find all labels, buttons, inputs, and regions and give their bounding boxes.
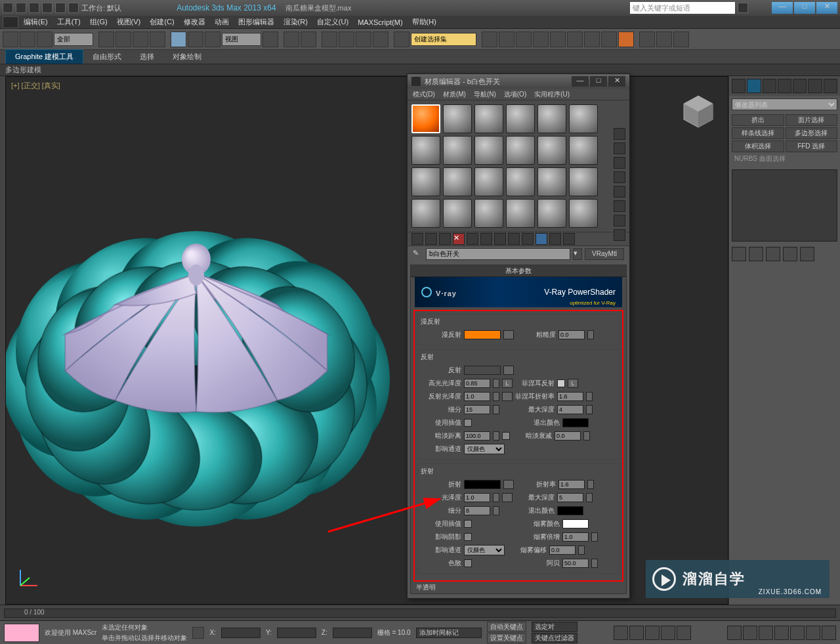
mat-slot-9[interactable] bbox=[474, 136, 503, 165]
mirror-icon[interactable] bbox=[482, 32, 497, 47]
menu-create[interactable]: 创建(C) bbox=[146, 16, 178, 28]
me-putlib-icon[interactable] bbox=[494, 233, 506, 245]
pivot-icon[interactable] bbox=[262, 32, 278, 47]
mat-slot-4[interactable] bbox=[506, 104, 535, 133]
mat-slot-8[interactable] bbox=[443, 136, 472, 165]
minimize-button[interactable]: — bbox=[772, 2, 793, 14]
me-sample-type-icon[interactable] bbox=[614, 128, 625, 140]
refr-subdiv-value[interactable]: 8 bbox=[464, 506, 490, 515]
new-icon[interactable] bbox=[16, 3, 26, 13]
modify-tab-icon[interactable] bbox=[747, 79, 761, 93]
window-cross-icon[interactable] bbox=[150, 32, 165, 47]
viewcube-icon[interactable] bbox=[679, 92, 718, 131]
remove-mod-icon[interactable] bbox=[783, 247, 797, 261]
reflect-map-button[interactable] bbox=[503, 366, 514, 375]
max-logo-icon[interactable] bbox=[3, 16, 18, 28]
save-icon[interactable] bbox=[42, 3, 52, 13]
vp-pan-icon[interactable] bbox=[790, 626, 805, 640]
refract-map-button[interactable] bbox=[503, 480, 514, 489]
mat-slot-2[interactable] bbox=[443, 104, 472, 133]
vp-zoom-ext-icon[interactable] bbox=[759, 626, 773, 640]
diffuse-color-swatch[interactable] bbox=[464, 330, 501, 339]
me-preview-icon[interactable] bbox=[614, 215, 625, 226]
refcoord-dropdown[interactable]: 视图 bbox=[222, 33, 261, 46]
mat-slot-21[interactable] bbox=[474, 199, 503, 228]
menu-group[interactable]: 组(G) bbox=[86, 16, 112, 28]
mat-slot-7[interactable] bbox=[411, 136, 440, 165]
goto-end-icon[interactable] bbox=[677, 626, 691, 640]
me-backlight-icon[interactable] bbox=[614, 142, 625, 154]
menu-customize[interactable]: 自定义(U) bbox=[313, 16, 352, 28]
vp-zoom-icon[interactable] bbox=[727, 626, 742, 640]
mat-slot-5[interactable] bbox=[537, 104, 566, 133]
manip-icon[interactable] bbox=[284, 32, 299, 47]
ior-spinner[interactable] bbox=[587, 480, 594, 489]
refr-shadow-checkbox[interactable] bbox=[464, 533, 472, 541]
me-makeuniq-icon[interactable] bbox=[480, 233, 492, 245]
mat-slot-11[interactable] bbox=[537, 136, 566, 165]
vp-orbit-icon[interactable] bbox=[806, 626, 820, 640]
material-name-input[interactable] bbox=[426, 248, 570, 260]
mat-slot-19[interactable] bbox=[411, 199, 440, 228]
play-anim-icon[interactable] bbox=[645, 626, 660, 640]
bind-icon[interactable] bbox=[37, 32, 52, 47]
motion-tab-icon[interactable] bbox=[778, 79, 791, 93]
teapot2-icon[interactable] bbox=[656, 32, 672, 47]
named-selset-dropdown[interactable]: 创建选择集 bbox=[411, 33, 476, 46]
vp-maximize-icon[interactable] bbox=[822, 626, 836, 640]
lock-icon[interactable] bbox=[192, 627, 204, 639]
rotate-icon[interactable] bbox=[188, 32, 203, 47]
refl-affect-dropdown[interactable]: 仅颜色 bbox=[464, 444, 505, 454]
rect-select-icon[interactable] bbox=[133, 32, 148, 47]
show-end-icon[interactable] bbox=[749, 247, 763, 261]
fresnel-lock-button[interactable]: L bbox=[568, 379, 578, 388]
refr-exit-swatch[interactable] bbox=[557, 506, 583, 515]
roughness-spinner[interactable] bbox=[587, 330, 594, 339]
hgloss-lock-button[interactable]: L bbox=[502, 379, 513, 388]
app-icon[interactable] bbox=[3, 3, 13, 13]
vp-fov-icon[interactable] bbox=[774, 626, 789, 640]
mat-slot-13[interactable] bbox=[411, 167, 440, 196]
select-name-icon[interactable] bbox=[116, 32, 131, 47]
maximize-button[interactable]: □ bbox=[794, 2, 815, 14]
dimfall-spinner[interactable] bbox=[583, 431, 590, 440]
mod-btn-polysel[interactable]: 多边形选择 bbox=[786, 127, 838, 139]
asnap-icon[interactable] bbox=[339, 32, 354, 47]
modifier-stack[interactable] bbox=[732, 169, 837, 242]
psnap-icon[interactable] bbox=[356, 32, 371, 47]
display-tab-icon[interactable] bbox=[793, 79, 807, 93]
select-icon[interactable] bbox=[98, 32, 114, 47]
menu-edit[interactable]: 编辑(E) bbox=[20, 16, 52, 28]
editnamed-icon[interactable] bbox=[394, 32, 410, 47]
menu-help[interactable]: 帮助(H) bbox=[408, 16, 440, 28]
abbe-value[interactable]: 50.0 bbox=[562, 559, 589, 568]
tab-freeform[interactable]: 自由形式 bbox=[83, 50, 131, 64]
menu-anim[interactable]: 动画 bbox=[211, 16, 233, 28]
mat-slot-14[interactable] bbox=[443, 167, 472, 196]
setkey-button[interactable]: 设置关键点 bbox=[487, 633, 526, 643]
me-video-icon[interactable] bbox=[614, 186, 625, 198]
mod-btn-facesel[interactable]: 面片选择 bbox=[786, 114, 838, 126]
mod-btn-extrude[interactable]: 挤出 bbox=[732, 114, 784, 126]
mod-btn-ffdsel[interactable]: FFD 选择 bbox=[786, 140, 838, 152]
ior-value[interactable]: 1.6 bbox=[558, 480, 585, 489]
align-icon[interactable] bbox=[499, 32, 514, 47]
rgloss-map-button[interactable] bbox=[502, 392, 513, 401]
me-assign-icon[interactable] bbox=[439, 233, 451, 245]
me-put-icon[interactable] bbox=[425, 233, 437, 245]
mat-slot-6[interactable] bbox=[569, 104, 598, 133]
me-copy-icon[interactable] bbox=[467, 233, 478, 245]
next-frame-icon[interactable] bbox=[661, 626, 675, 640]
viewport-label[interactable]: [+] [正交] [真实] bbox=[11, 81, 60, 91]
pin-stack-icon[interactable] bbox=[732, 247, 746, 261]
create-tab-icon[interactable] bbox=[732, 79, 746, 93]
utilities-tab-icon[interactable] bbox=[808, 79, 822, 93]
timeline[interactable] bbox=[0, 605, 840, 620]
selection-filter-dropdown[interactable]: 全部 bbox=[54, 33, 93, 46]
refr-interp-checkbox[interactable] bbox=[464, 520, 472, 528]
material-editor-window[interactable]: 材质编辑器 - b白色开关 — □ ✕ 模式(D) 材质(M) 导航(N) 选项… bbox=[407, 74, 630, 599]
fogm-value[interactable]: 1.0 bbox=[562, 532, 589, 542]
script-listener[interactable] bbox=[4, 624, 39, 642]
reflect-color-swatch[interactable] bbox=[464, 366, 501, 375]
x-coord-field[interactable] bbox=[221, 628, 261, 638]
